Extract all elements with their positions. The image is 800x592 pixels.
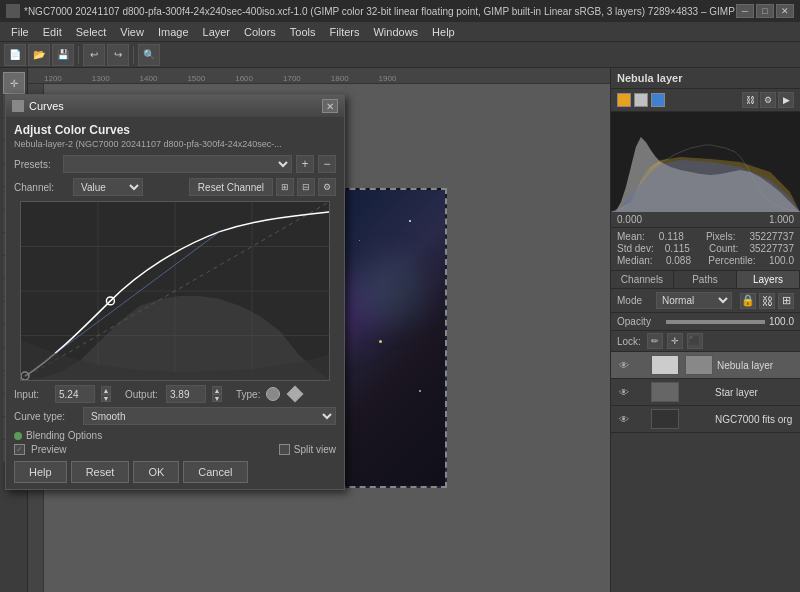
expand-icon[interactable]: ▶ [778, 92, 794, 108]
mode-label: Mode [617, 295, 652, 306]
menu-tools[interactable]: Tools [283, 22, 323, 42]
reset-button[interactable]: Reset [71, 461, 130, 483]
tick: 1600 [235, 74, 253, 83]
lock-alpha-button[interactable]: ⬛ [687, 333, 703, 349]
redo-button[interactable]: ↪ [107, 44, 129, 66]
new-button[interactable]: 📄 [4, 44, 26, 66]
median-val: 0.088 [666, 255, 691, 266]
tab-layers[interactable]: Layers [737, 271, 800, 288]
swatch-blue[interactable] [651, 93, 665, 107]
presets-add-button[interactable]: + [296, 155, 314, 173]
toolbar: 📄 📂 💾 ↩ ↪ 🔍 [0, 42, 800, 68]
tick: 1400 [140, 74, 158, 83]
settings-icon[interactable]: ⚙ [760, 92, 776, 108]
percentile-label: Percentile: [708, 255, 755, 266]
minimize-button[interactable]: ─ [736, 4, 754, 18]
stddev-val: 0.115 [665, 243, 690, 254]
tab-paths[interactable]: Paths [674, 271, 737, 288]
lock-pixels-button[interactable]: ✏ [647, 333, 663, 349]
type-circle-button[interactable] [266, 387, 280, 401]
presets-delete-button[interactable]: − [318, 155, 336, 173]
mode-row: Mode Normal 🔒 ⛓ ⊞ [611, 289, 800, 313]
pixels-val: 35227737 [749, 231, 794, 242]
opacity-value: 100.0 [769, 316, 794, 327]
toolbar-separator-1 [78, 46, 79, 64]
menu-layer[interactable]: Layer [196, 22, 238, 42]
curves-svg [21, 202, 329, 380]
dialog-close-button[interactable]: ✕ [322, 99, 338, 113]
reset-channel-button[interactable]: Reset Channel [189, 178, 273, 196]
stats-area: Mean: 0.118 Pixels: 35227737 Std dev: 0.… [611, 228, 800, 271]
menu-select[interactable]: Select [69, 22, 114, 42]
io-row: Input: ▲ ▼ Output: ▲ ▼ Type: [14, 385, 336, 403]
layer-name-ngc: NGC7000 fits org [715, 414, 794, 425]
layer-item-ngc[interactable]: 👁 NGC7000 fits org [611, 406, 800, 433]
lock-label: Lock: [617, 336, 641, 347]
mode-select[interactable]: Normal [656, 292, 732, 309]
dialog-title-bar[interactable]: Curves ✕ [6, 95, 344, 117]
zoom-button[interactable]: 🔍 [138, 44, 160, 66]
grid-button[interactable]: ⊞ [778, 293, 794, 309]
toolbar-separator-2 [133, 46, 134, 64]
tool-move[interactable]: ✛ [3, 72, 25, 94]
cancel-button[interactable]: Cancel [183, 461, 247, 483]
save-button[interactable]: 💾 [52, 44, 74, 66]
curves-graph[interactable] [20, 201, 330, 381]
median-label: Median: [617, 255, 653, 266]
tab-channels[interactable]: Channels [611, 271, 674, 288]
output-spin-down[interactable]: ▼ [212, 394, 222, 402]
close-button[interactable]: ✕ [776, 4, 794, 18]
menu-edit[interactable]: Edit [36, 22, 69, 42]
lock-button[interactable]: 🔒 [740, 293, 756, 309]
channel-select[interactable]: Value [73, 178, 143, 196]
menu-windows[interactable]: Windows [366, 22, 425, 42]
preview-row: ✓ Preview Split view [14, 444, 336, 455]
layer-eye-nebula[interactable]: 👁 [617, 358, 631, 372]
swatch-orange[interactable] [617, 93, 631, 107]
menu-view[interactable]: View [113, 22, 151, 42]
layer-eye-star[interactable]: 👁 [617, 385, 631, 399]
menu-colors[interactable]: Colors [237, 22, 283, 42]
menu-file[interactable]: File [4, 22, 36, 42]
open-button[interactable]: 📂 [28, 44, 50, 66]
menu-filters[interactable]: Filters [323, 22, 367, 42]
lock-icons: ✏ ✛ ⬛ [647, 333, 703, 349]
chain-layers-button[interactable]: ⛓ [759, 293, 775, 309]
type-diamond-button[interactable] [287, 386, 304, 403]
opacity-slider[interactable] [666, 320, 765, 324]
ok-button[interactable]: OK [133, 461, 179, 483]
channel-btn-3[interactable]: ⚙ [318, 178, 336, 196]
input-spin-up[interactable]: ▲ [101, 386, 111, 394]
output-spin-up[interactable]: ▲ [212, 386, 222, 394]
split-view-checkbox[interactable] [279, 444, 290, 455]
layer-item-star[interactable]: 👁 Star layer [611, 379, 800, 406]
range-row: 0.000 1.000 [611, 212, 800, 228]
range-max: 1.000 [769, 214, 794, 225]
layer-eye-ngc[interactable]: 👁 [617, 412, 631, 426]
maximize-button[interactable]: □ [756, 4, 774, 18]
channel-btn-2[interactable]: ⊟ [297, 178, 315, 196]
star [359, 240, 360, 241]
channel-label: Channel: [14, 182, 69, 193]
title-bar: *NGC7000 20241107 d800-pfa-300f4-24x240s… [0, 0, 800, 22]
chain-icon[interactable]: ⛓ [742, 92, 758, 108]
menu-help[interactable]: Help [425, 22, 462, 42]
curve-type-label: Curve type: [14, 411, 79, 422]
help-button[interactable]: Help [14, 461, 67, 483]
swatch-grey[interactable] [634, 93, 648, 107]
menu-image[interactable]: Image [151, 22, 196, 42]
curve-type-select[interactable]: Smooth [83, 407, 336, 425]
count-val: 35227737 [749, 243, 794, 254]
input-field[interactable] [55, 385, 95, 403]
channel-btn-1[interactable]: ⊞ [276, 178, 294, 196]
layer-item-nebula[interactable]: 👁 Nebula layer [611, 352, 800, 379]
stddev-label: Std dev: [617, 243, 654, 254]
blending-options-label[interactable]: Blending Options [26, 430, 102, 441]
layer-thumb-star [651, 382, 679, 402]
presets-select[interactable] [63, 155, 292, 173]
lock-position-button[interactable]: ✛ [667, 333, 683, 349]
undo-button[interactable]: ↩ [83, 44, 105, 66]
output-field[interactable] [166, 385, 206, 403]
preview-checkbox[interactable]: ✓ [14, 444, 25, 455]
input-spin-down[interactable]: ▼ [101, 394, 111, 402]
